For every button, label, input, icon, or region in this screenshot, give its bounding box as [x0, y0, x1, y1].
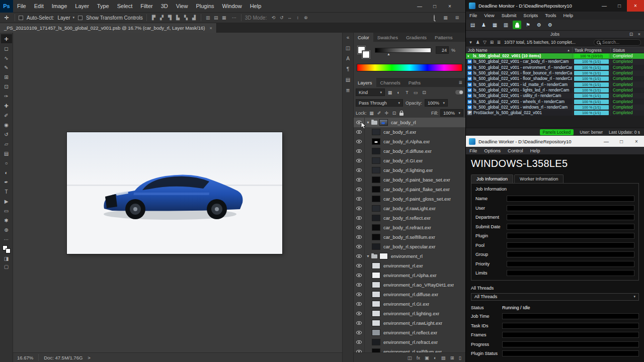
ps-menu-type[interactable]: Type [93, 0, 113, 13]
layer-name[interactable]: car_body_rl.refract.exr [383, 225, 431, 230]
layer-thumbnail[interactable] [372, 129, 380, 135]
worker-menu-file[interactable]: File [466, 147, 480, 154]
frame-tool[interactable]: ⊡ [1, 82, 12, 91]
adjustment-layer-filter-icon[interactable]: ◐ [395, 90, 402, 95]
monitor-menu-file[interactable]: File [466, 12, 480, 20]
type-tool[interactable]: T [1, 187, 12, 196]
job-row[interactable]: Mls_500_global_022_v001 - wheels_rl - re… [466, 99, 644, 104]
filter-toggle[interactable] [455, 90, 463, 95]
orbit-3d-icon[interactable]: ⟲ [270, 15, 277, 20]
layer-row[interactable]: car_body_rl.paint_base_set.exr [354, 175, 465, 185]
monitor-menu-submit[interactable]: Submit [498, 12, 520, 20]
tools-more-icon[interactable]: ⋯ [4, 237, 9, 242]
libraries-panel-icon[interactable]: ▤ [346, 77, 350, 82]
tab-color[interactable]: Color [354, 33, 373, 42]
ps-menu-layer[interactable]: Layer [71, 0, 93, 13]
layer-name[interactable]: environment_rl.diffuse.exr [383, 292, 438, 297]
layer-thumbnail[interactable] [372, 243, 380, 250]
layer-row[interactable]: car_body_rl.lighting.exr [354, 165, 465, 175]
layer-name[interactable]: environment_rl.selfIllum.exr [383, 349, 442, 352]
more-options-icon[interactable]: ⋯ [231, 15, 237, 20]
close-panel-icon[interactable]: × [636, 32, 642, 37]
grayscale-slider[interactable] [375, 48, 431, 53]
character-panel-icon[interactable]: A [346, 56, 350, 61]
lock-artboard-icon[interactable]: ⊡ [391, 111, 397, 116]
scripts-settings-icon[interactable]: ⚙ [535, 21, 543, 29]
visibility-toggle[interactable] [354, 204, 365, 213]
shape-layer-filter-icon[interactable]: ▭ [412, 90, 419, 95]
column-status[interactable]: Status [611, 47, 644, 53]
layer-row[interactable]: environment_rl.Alpha.exr [354, 270, 465, 280]
jobs-panel-header[interactable]: Jobs ⊡× [466, 31, 644, 38]
align-left-edges-icon[interactable]: ▛ [150, 15, 157, 20]
visibility-toggle[interactable] [354, 156, 365, 165]
ps-menu-help[interactable]: Help [246, 0, 266, 13]
visibility-toggle[interactable] [354, 251, 365, 261]
layer-name[interactable]: car_body_rl.exr [383, 129, 416, 135]
lock-all-icon[interactable] [399, 113, 404, 116]
align-bottom-edges-icon[interactable]: ▟ [191, 15, 197, 20]
layer-thumbnail[interactable] [372, 186, 380, 193]
distribute-vertical-icon[interactable]: ▤ [213, 15, 219, 20]
statistics-panel-icon[interactable]: ▥ [502, 21, 510, 29]
layer-name[interactable]: car_body_rl.GI.exr [383, 158, 423, 163]
scale-3d-icon[interactable]: ⊕ [302, 15, 309, 20]
move-tool[interactable]: ✛ [1, 34, 12, 43]
visibility-toggle[interactable] [354, 290, 365, 299]
layer-thumbnail[interactable] [372, 291, 380, 298]
color-value-field[interactable]: 24 [436, 46, 449, 54]
minimize-button[interactable]: — [412, 0, 427, 12]
distribute-horizontal-icon[interactable]: ▥ [205, 15, 211, 20]
maximize-button[interactable]: □ [612, 0, 627, 12]
limits-field[interactable] [507, 270, 634, 276]
layer-name[interactable]: car_body_rl.paint_flake_set.exr [383, 187, 450, 192]
layer-row[interactable]: environment_rl.rawLight.exr [354, 318, 465, 328]
ps-menu-edit[interactable]: Edit [30, 0, 48, 13]
job-row[interactable]: Mls_500_global_022_v001 - windows_rl - r… [466, 105, 644, 110]
layer-row[interactable]: car_body_rl.specular.exr [354, 242, 465, 251]
visibility-toggle[interactable] [354, 270, 365, 280]
layer-effects-icon[interactable]: fx [417, 355, 420, 360]
search-icon[interactable] [431, 15, 437, 20]
frames-field[interactable] [502, 332, 639, 338]
screen-mode-icon[interactable]: ▢ [4, 264, 9, 269]
visibility-toggle[interactable] [354, 165, 365, 175]
layer-thumbnail[interactable] [372, 329, 380, 336]
layer-row[interactable]: car_body_rl.paint_gloss_set.exr [354, 194, 465, 204]
layer-row[interactable]: car_body_rl.rawLight.exr [354, 204, 465, 213]
layer-row[interactable]: car_body_rl.exr [354, 127, 465, 137]
tab-patterns[interactable]: Patterns [431, 33, 456, 42]
distribute-spacing-icon[interactable]: ▦ [221, 15, 227, 20]
layer-thumbnail[interactable] [372, 148, 380, 154]
layer-thumbnail[interactable] [372, 348, 380, 352]
delete-layer-icon[interactable]: ▯ [459, 355, 461, 360]
eyedropper-tool[interactable]: ✑ [1, 92, 12, 101]
pool-field[interactable] [507, 242, 634, 248]
quick-selection-tool[interactable]: ✎ [1, 63, 12, 72]
search-box[interactable] [594, 39, 641, 46]
hand-tool[interactable]: ✱ [1, 216, 12, 225]
layer-thumbnail[interactable] [372, 262, 380, 269]
visibility-toggle[interactable] [354, 175, 365, 185]
plugin-status-field[interactable] [502, 350, 639, 356]
slider-marker-icon[interactable]: ▲ [387, 52, 390, 56]
roll-3d-icon[interactable]: ↺ [278, 15, 285, 20]
tab-layers[interactable]: Layers [354, 78, 376, 87]
layer-name[interactable]: car_body_rl.reflect.exr [383, 215, 431, 221]
layer-name[interactable]: car_body_rl.diffuse.exr [383, 148, 432, 154]
panels-locked-badge[interactable]: Panels Locked [540, 129, 574, 135]
align-right-edges-icon[interactable]: ▜ [167, 15, 173, 20]
layer-thumbnail[interactable] [372, 272, 380, 279]
dodge-tool[interactable]: ◐ [1, 168, 12, 177]
zoom-tool[interactable]: ⊕ [1, 225, 12, 234]
column-task-progress[interactable]: Task Progress [573, 47, 611, 53]
lasso-tool[interactable]: ∿ [1, 53, 12, 62]
task-ids-field[interactable] [502, 323, 639, 329]
layer-thumbnail[interactable] [372, 339, 380, 345]
align-top-edges-icon[interactable]: ▙ [175, 15, 181, 20]
maximize-button[interactable]: □ [614, 136, 629, 147]
type-layer-filter-icon[interactable]: T [404, 90, 411, 95]
quick-mask-icon[interactable]: ◨ [4, 256, 9, 261]
scheduling-panel-icon[interactable]: ▦ [491, 21, 499, 29]
layer-name[interactable]: car_body_rl.paint_base_set.exr [383, 177, 450, 183]
